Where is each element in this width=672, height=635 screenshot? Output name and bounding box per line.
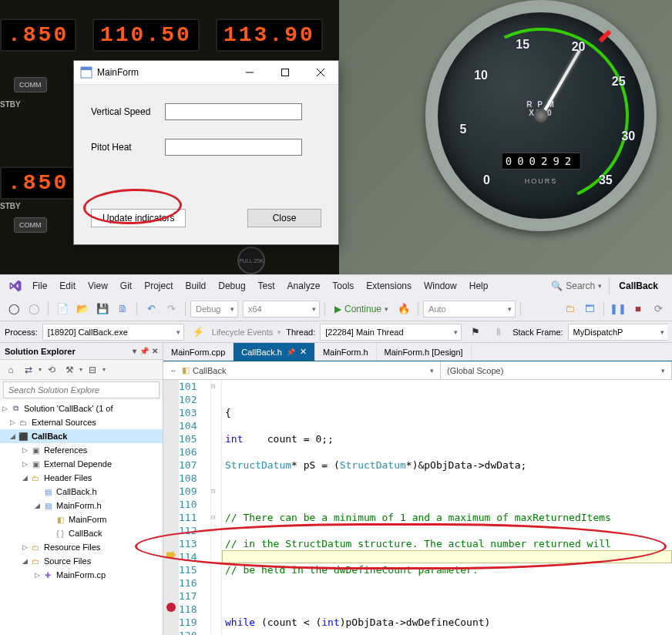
menu-file[interactable]: File — [26, 277, 53, 294]
lifecycle-icon[interactable]: ⚡ — [189, 323, 207, 341]
menu-git[interactable]: Git — [114, 277, 138, 294]
thread-combo[interactable]: [22284] Main Thread — [320, 324, 462, 341]
stop-icon[interactable]: ■ — [629, 300, 647, 318]
se-search-input[interactable] — [3, 381, 160, 398]
hot-reload-icon[interactable]: 🔥 — [395, 300, 413, 318]
se-filter-icon[interactable]: ⚒ — [62, 362, 77, 378]
se-switch-icon[interactable]: ⇄ — [21, 362, 36, 378]
menu-extensions[interactable]: Extensions — [360, 277, 418, 294]
solution-tree[interactable]: ▷⧉Solution 'CallBack' (1 of ▷🗀External S… — [0, 400, 163, 635]
tab-mainform-cpp[interactable]: MainForm.cpp — [163, 343, 234, 361]
toolbar-icon-2[interactable]: 🗔 — [580, 300, 599, 318]
minimize-button[interactable] — [232, 61, 267, 84]
tree-project-callback[interactable]: ◢⬛CallBack — [0, 429, 163, 443]
tree-callback-h[interactable]: ▤CallBack.h — [0, 485, 163, 499]
tree-external-deps[interactable]: ▷▣External Depende — [0, 457, 163, 471]
pull-25k-knob[interactable]: PULL 25K — [237, 247, 265, 274]
code-text[interactable]: { int count = 0;; StructDatum* pS = (Str… — [222, 380, 672, 635]
breakpoint-icon[interactable] — [166, 603, 176, 612]
se-search[interactable] — [3, 381, 160, 398]
tree-mainform-h[interactable]: ◢▤MainForm.h — [0, 499, 163, 512]
tab-mainform-design[interactable]: MainForm.h [Design] — [377, 343, 472, 361]
save-all-icon[interactable]: 🗎 — [113, 300, 132, 318]
se-dropdown-icon[interactable]: ▾ — [133, 347, 136, 355]
tree-source-files[interactable]: ◢🗀Source Files — [0, 554, 163, 568]
code-area[interactable]: 101102103104 105106107108 109110111112 1… — [163, 380, 672, 635]
tab-callback-h[interactable]: CallBack.h📌✕ — [234, 343, 315, 361]
close-button[interactable] — [303, 61, 338, 84]
menu-analyze[interactable]: Analyze — [281, 277, 327, 294]
process-combo[interactable]: [18920] CallBack.exe — [42, 324, 184, 341]
nav-member[interactable]: (Global Scope) — [441, 361, 672, 379]
menu-tools[interactable]: Tools — [326, 277, 360, 294]
tree-header-files[interactable]: ◢🗀Header Files — [0, 471, 163, 485]
vs-process-bar[interactable]: Process: [18920] CallBack.exe ⚡ Lifecycl… — [0, 321, 672, 343]
tree-callback-brace[interactable]: { }CallBack — [0, 526, 163, 540]
update-indicators-button[interactable]: Update indicators — [91, 209, 186, 227]
se-sync-icon[interactable]: ⟲ — [44, 362, 59, 378]
pitot-heat-input[interactable] — [165, 139, 302, 156]
restart-icon[interactable]: ⟳ — [649, 300, 667, 318]
menu-edit[interactable]: Edit — [53, 277, 82, 294]
stackframe-combo[interactable]: MyDispatchP — [568, 324, 667, 341]
current-stmt-arrow-icon[interactable] — [166, 550, 176, 559]
tree-solution[interactable]: ▷⧉Solution 'CallBack' (1 of — [0, 401, 163, 415]
nav-scope[interactable]: ◧CallBack — [163, 361, 441, 379]
solution-explorer-title[interactable]: Solution Explorer ▾ 📌 ✕ — [0, 343, 163, 360]
code-editor[interactable]: MainForm.cpp CallBack.h📌✕ MainForm.h Mai… — [163, 343, 672, 635]
auto-combo[interactable]: Auto — [423, 301, 516, 318]
tab-pin-icon[interactable]: 📌 — [287, 348, 295, 356]
comm-button-1[interactable]: COMM — [14, 77, 47, 92]
tree-resource-files[interactable]: ▷🗀Resource Files — [0, 540, 163, 554]
maximize-button[interactable] — [267, 61, 303, 84]
continue-button[interactable]: ▶ Continue ▾ — [330, 304, 393, 314]
vs-menubar[interactable]: File Edit View Git Project Build Debug T… — [0, 275, 672, 297]
tab-mainform-h[interactable]: MainForm.h — [315, 343, 377, 361]
nav-back-icon[interactable]: ◯ — [5, 300, 23, 318]
menu-debug[interactable]: Debug — [212, 277, 251, 294]
editor-tabs[interactable]: MainForm.cpp CallBack.h📌✕ MainForm.h Mai… — [163, 343, 672, 361]
pause-icon[interactable]: ❚❚ — [609, 300, 627, 318]
flag-icon[interactable]: ⚑ — [466, 323, 485, 341]
tree-mainform-node[interactable]: ◧MainForm — [0, 512, 163, 526]
mainform-window[interactable]: MainForm Vertical Speed Pitot Heat Updat… — [73, 60, 339, 245]
nav-fwd-icon[interactable]: ◯ — [25, 300, 43, 318]
toolbar-icon-1[interactable]: 🗀 — [560, 300, 579, 318]
breakpoint-gutter[interactable] — [163, 380, 179, 635]
config-combo[interactable]: Debug — [190, 301, 238, 318]
se-close-icon[interactable]: ✕ — [152, 347, 158, 355]
mainform-titlebar[interactable]: MainForm — [74, 61, 338, 85]
new-icon[interactable]: 📄 — [53, 300, 72, 318]
tree-mainform-cpp[interactable]: ▷✚MainForm.cp — [0, 568, 163, 582]
menu-view[interactable]: View — [82, 277, 114, 294]
close-form-button[interactable]: Close — [247, 209, 321, 227]
solution-explorer-panel[interactable]: Solution Explorer ▾ 📌 ✕ ⌂ ⇄ ▾ ⟲ ⚒ ▾ ⊟ ▾ — [0, 343, 163, 635]
menu-build[interactable]: Build — [180, 277, 213, 294]
se-home-icon[interactable]: ⌂ — [3, 362, 18, 378]
tree-references[interactable]: ▷▣References — [0, 443, 163, 457]
menu-project[interactable]: Project — [138, 277, 179, 294]
vertical-speed-input[interactable] — [165, 103, 302, 120]
tab-close-icon[interactable]: ✕ — [300, 347, 307, 357]
save-icon[interactable]: 💾 — [93, 300, 112, 318]
mainform-title: MainForm — [97, 67, 232, 78]
tree-external-sources[interactable]: ▷🗀External Sources — [0, 415, 163, 429]
platform-combo[interactable]: x64 — [243, 301, 320, 318]
menu-help[interactable]: Help — [463, 277, 495, 294]
se-pin-icon[interactable]: 📌 — [139, 347, 149, 355]
vs-logo-icon[interactable] — [5, 275, 26, 297]
vs-toolbar[interactable]: ◯ ◯ 📄 📂 💾 🗎 ↶ ↷ Debug x64 ▶ Continue ▾ 🔥… — [0, 297, 672, 321]
se-collapse-icon[interactable]: ⊟ — [85, 362, 100, 378]
fold-gutter[interactable]: ⊟ ⊟⊟ — [211, 380, 222, 635]
editor-nav-bar[interactable]: ◧CallBack (Global Scope) — [163, 361, 672, 380]
vs-search-box[interactable]: 🔍 Search ▾ — [544, 278, 609, 294]
menu-test[interactable]: Test — [252, 277, 281, 294]
open-icon[interactable]: 📂 — [73, 300, 92, 318]
threads-icon[interactable]: ⫴ — [489, 323, 508, 341]
visual-studio-window[interactable]: File Edit View Git Project Build Debug T… — [0, 274, 672, 635]
undo-icon[interactable]: ↶ — [142, 300, 160, 318]
comm-button-2[interactable]: COMM — [14, 217, 47, 233]
redo-icon[interactable]: ↷ — [162, 300, 180, 318]
se-toolbar[interactable]: ⌂ ⇄ ▾ ⟲ ⚒ ▾ ⊟ ▾ — [0, 360, 163, 380]
menu-window[interactable]: Window — [418, 277, 463, 294]
